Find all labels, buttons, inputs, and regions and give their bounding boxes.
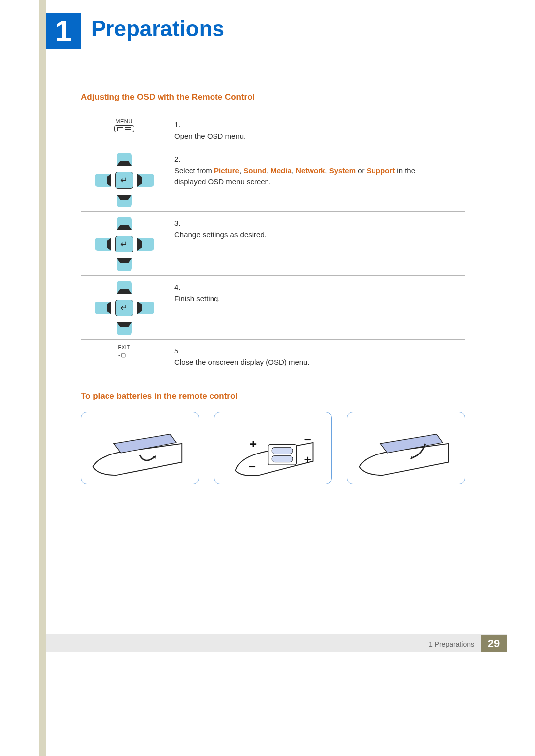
minus-symbol: −: [249, 459, 256, 473]
svg-rect-2: [272, 455, 293, 462]
dpad-right-icon: [137, 302, 154, 314]
dpad-down-icon: [117, 322, 132, 335]
last-joiner: or: [356, 166, 367, 175]
menu-button-icon: MENU: [114, 118, 134, 134]
exit-button-icon: EXIT -▢≡: [118, 345, 130, 358]
dpad-enter-icon: ↵: [115, 300, 133, 316]
dpad-icon: ↵: [95, 281, 154, 335]
osd-steps-table: MENU 1. Open the OSD menu. ↵ 2.: [81, 113, 465, 374]
battery-panel-close: [347, 412, 465, 484]
minus-symbol: −: [304, 433, 311, 446]
dpad-up-icon: [117, 217, 132, 230]
dpad-enter-icon: ↵: [115, 172, 133, 189]
table-row: ↵ 2. Select from Picture, Sound, Media, …: [81, 148, 465, 212]
dpad-enter-icon: ↵: [115, 236, 133, 252]
step-cell: 5. Close the onscreen display (OSD) menu…: [167, 340, 465, 374]
icon-cell-exit: EXIT -▢≡: [81, 340, 167, 374]
step-cell: 2. Select from Picture, Sound, Media, Ne…: [167, 148, 465, 212]
table-row: EXIT -▢≡ 5. Close the onscreen display (…: [81, 340, 465, 374]
step-number: 1.: [174, 119, 185, 131]
menu-option: Media: [270, 166, 292, 175]
battery-panel-open: [81, 412, 199, 484]
table-row: ↵ 3. Change settings as desired.: [81, 212, 465, 276]
step-cell: 1. Open the OSD menu.: [167, 113, 465, 148]
footer-label: 1 Preparations: [422, 635, 481, 652]
battery-panel-insert: + − − +: [214, 412, 332, 484]
joiner: ,: [292, 166, 296, 175]
dpad-left-icon: [95, 238, 111, 251]
menu-option: System: [329, 166, 356, 175]
plus-symbol: +: [304, 453, 311, 466]
step-number: 4.: [174, 282, 185, 293]
step-text: Finish setting.: [174, 293, 445, 304]
remote-open-cover-icon: [88, 415, 191, 481]
dpad-icon: ↵: [95, 217, 154, 271]
exit-label: EXIT: [118, 345, 130, 350]
menu-label: MENU: [114, 118, 134, 124]
step-number: 5.: [174, 346, 185, 357]
table-row: ↵ 4. Finish setting.: [81, 276, 465, 340]
icon-cell-menu: MENU: [81, 113, 167, 148]
step-number: 2.: [174, 154, 185, 165]
table-row: MENU 1. Open the OSD menu.: [81, 113, 465, 148]
section-heading-battery: To place batteries in the remote control: [81, 391, 465, 401]
page-footer: 1 Preparations 29: [422, 635, 507, 652]
dpad-down-icon: [117, 195, 132, 207]
battery-row: + − − +: [81, 412, 465, 484]
chapter-number-box: 1: [46, 13, 81, 49]
svg-rect-1: [272, 447, 293, 454]
dpad-up-icon: [117, 153, 132, 166]
dpad-left-icon: [95, 174, 111, 187]
dpad-right-icon: [137, 174, 154, 187]
footer-page-number: 29: [481, 635, 507, 652]
dpad-left-icon: [95, 302, 111, 314]
left-rail: [39, 0, 46, 756]
step-number: 3.: [174, 218, 185, 229]
step-text: Select from Picture, Sound, Media, Netwo…: [174, 165, 445, 188]
menu-option: Network: [296, 166, 325, 175]
chapter-title: Preparations: [91, 16, 224, 41]
step-cell: 3. Change settings as desired.: [167, 212, 465, 276]
dpad-icon: ↵: [95, 153, 154, 207]
section-heading-osd: Adjusting the OSD with the Remote Contro…: [81, 92, 465, 102]
icon-cell-dpad: ↵: [81, 212, 167, 276]
step-text: Open the OSD menu.: [174, 131, 445, 142]
step-text-prefix: Select from: [174, 166, 214, 175]
dpad-down-icon: [117, 258, 132, 271]
menu-option: Support: [367, 166, 395, 175]
step-text: Change settings as desired.: [174, 229, 445, 241]
icon-cell-dpad: ↵: [81, 148, 167, 212]
dpad-up-icon: [117, 281, 132, 294]
menu-icon: [114, 125, 134, 132]
joiner: ,: [239, 166, 243, 175]
plus-symbol: +: [250, 437, 257, 451]
battery-section: To place batteries in the remote control…: [81, 391, 465, 484]
remote-close-cover-icon: [355, 415, 458, 481]
exit-icon: -▢≡: [118, 352, 130, 358]
battery-insert-icon: + − − +: [221, 415, 324, 481]
joiner: ,: [267, 166, 270, 175]
step-cell: 4. Finish setting.: [167, 276, 465, 340]
dpad-right-icon: [137, 238, 154, 251]
content-area: Adjusting the OSD with the Remote Contro…: [81, 92, 465, 484]
menu-option: Sound: [243, 166, 267, 175]
joiner: ,: [325, 166, 329, 175]
icon-cell-dpad: ↵: [81, 276, 167, 340]
chapter-number: 1: [55, 14, 71, 48]
menu-option: Picture: [214, 166, 239, 175]
step-text: Close the onscreen display (OSD) menu.: [174, 357, 445, 368]
